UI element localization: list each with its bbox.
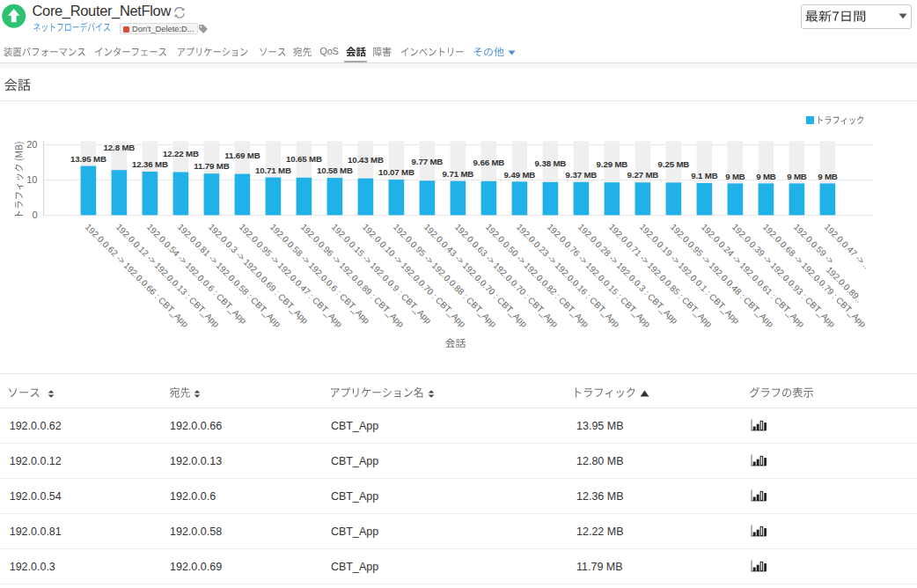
svg-text:9.27 MB: 9.27 MB: [627, 170, 659, 180]
svg-text:12.36 MB: 12.36 MB: [132, 159, 168, 169]
svg-text:10.58 MB: 10.58 MB: [317, 165, 353, 175]
svg-text:0: 0: [32, 209, 37, 220]
svg-text:11.69 MB: 11.69 MB: [224, 151, 260, 160]
svg-text:20: 20: [26, 139, 37, 150]
svg-text:10.43 MB: 10.43 MB: [348, 155, 384, 165]
svg-text:9.29 MB: 9.29 MB: [597, 159, 628, 169]
svg-text:9.77 MB: 9.77 MB: [412, 157, 444, 166]
svg-text:9.25 MB: 9.25 MB: [658, 159, 690, 169]
svg-text:9.38 MB: 9.38 MB: [535, 158, 567, 168]
svg-text:10: 10: [26, 174, 37, 185]
svg-text:10.07 MB: 10.07 MB: [378, 167, 414, 177]
svg-text:9.1 MB: 9.1 MB: [691, 171, 717, 180]
svg-text:9.66 MB: 9.66 MB: [473, 158, 505, 167]
svg-text:9 MB: 9 MB: [725, 172, 745, 181]
svg-text:9 MB: 9 MB: [756, 172, 776, 181]
svg-text:12.8 MB: 12.8 MB: [104, 143, 136, 152]
svg-text:9.37 MB: 9.37 MB: [566, 170, 598, 180]
svg-text:10.71 MB: 10.71 MB: [255, 165, 291, 175]
svg-text:9 MB: 9 MB: [787, 172, 807, 181]
svg-text:9.49 MB: 9.49 MB: [504, 170, 536, 180]
svg-text:13.95 MB: 13.95 MB: [70, 154, 106, 164]
svg-text:9 MB: 9 MB: [818, 172, 838, 181]
svg-text:10.65 MB: 10.65 MB: [286, 154, 322, 164]
svg-text:9.71 MB: 9.71 MB: [443, 169, 474, 179]
svg-text:12.22 MB: 12.22 MB: [163, 149, 199, 158]
svg-text:11.79 MB: 11.79 MB: [194, 161, 229, 171]
